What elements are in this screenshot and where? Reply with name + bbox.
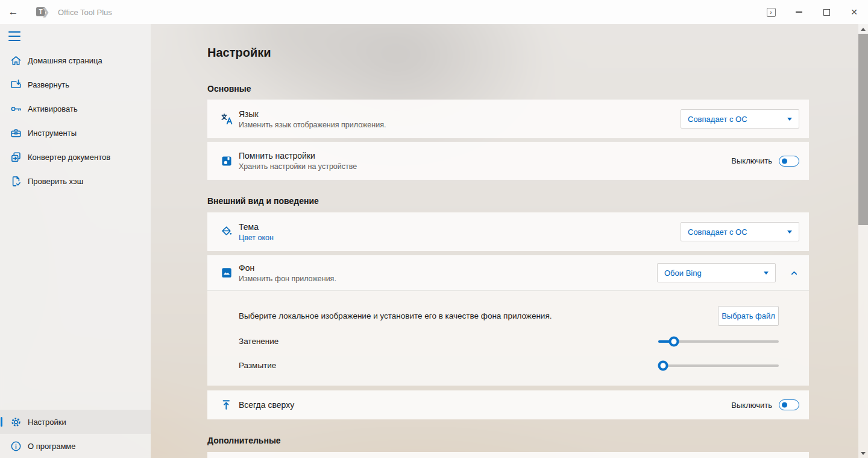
blur-slider-thumb[interactable] xyxy=(658,361,668,371)
sidebar-item-settings[interactable]: Настройки xyxy=(0,410,151,434)
titlebar: ← T ❯ Office Tool Plus › ✕ xyxy=(0,0,868,24)
toggle-knob xyxy=(782,158,787,164)
gear-icon xyxy=(9,415,22,428)
window-color-link[interactable]: Цвет окон xyxy=(239,234,274,242)
setting-text: Всегда сверху xyxy=(239,400,294,410)
logo-chevron: ❯ xyxy=(42,6,49,17)
sidebar-item-activate[interactable]: Активировать xyxy=(0,97,151,121)
console-button[interactable]: › xyxy=(757,0,785,24)
background-dropdown-value: Обои Bing xyxy=(664,269,702,278)
setting-title: Помнить настройки xyxy=(239,151,357,161)
setting-description: Изменить язык отображения приложения. xyxy=(239,121,386,129)
local-image-instruction: Выберите локальное изображение и установ… xyxy=(239,311,552,320)
chevron-down-icon xyxy=(787,231,792,234)
shade-slider[interactable] xyxy=(658,336,779,347)
image-icon xyxy=(220,266,233,279)
section-heading-additional: Дополнительные xyxy=(207,436,281,445)
scroll-up-button[interactable] xyxy=(858,24,868,34)
setting-card-always-on-top: Всегда сверху Выключить xyxy=(207,390,809,419)
sidebar-item-label: Конвертер документов xyxy=(28,153,110,162)
section-heading-basic: Основные xyxy=(207,84,251,94)
sidebar-item-home[interactable]: Домашняя страница xyxy=(0,48,151,72)
sidebar-item-label: О программе xyxy=(28,442,76,451)
sidebar: Домашняя страница Развернуть Активироват… xyxy=(0,24,151,458)
choose-file-button[interactable]: Выбрать файл xyxy=(718,306,779,326)
chevron-down-icon xyxy=(787,118,792,121)
language-dropdown-value: Совпадает с ОС xyxy=(688,115,747,124)
deploy-icon xyxy=(9,78,22,91)
theme-dropdown-value: Совпадает с ОС xyxy=(688,227,747,237)
toggle-label: Выключить xyxy=(731,401,772,410)
vertical-scrollbar[interactable] xyxy=(858,24,868,458)
setting-card-theme: Тема Цвет окон Совпадает с ОС xyxy=(207,212,809,251)
scrollbar-thumb[interactable] xyxy=(858,34,868,225)
settings-content: Настройки Основные Язык Изменить язык от… xyxy=(151,24,858,458)
toggle-label: Выключить xyxy=(731,156,772,165)
translate-icon xyxy=(220,112,233,126)
sidebar-item-check-hash[interactable]: Проверить хэш xyxy=(0,169,151,193)
console-icon: › xyxy=(767,8,776,17)
slider-track[interactable] xyxy=(658,364,779,367)
setting-card-language: Язык Изменить язык отображения приложени… xyxy=(207,100,809,138)
sidebar-item-label: Домашняя страница xyxy=(28,56,102,65)
office-tool-plus-window: ← T ❯ Office Tool Plus › ✕ Домашняя стра… xyxy=(0,0,868,458)
hash-check-icon xyxy=(9,174,22,188)
setting-text: Язык Изменить язык отображения приложени… xyxy=(239,109,386,129)
home-icon xyxy=(9,54,22,67)
chevron-down-icon xyxy=(764,272,769,275)
shade-slider-label: Затенение xyxy=(239,337,278,346)
scroll-up-icon xyxy=(861,28,866,31)
scroll-down-icon xyxy=(861,452,866,455)
maximize-icon xyxy=(823,9,830,16)
selected-indicator xyxy=(1,417,2,427)
setting-description: Хранить настройки на устройстве xyxy=(239,162,357,171)
collapse-panel-button[interactable] xyxy=(784,263,804,282)
app-logo-icon: T ❯ xyxy=(36,6,49,18)
blur-slider[interactable] xyxy=(658,360,779,371)
setting-text: Помнить настройки Хранить настройки на у… xyxy=(239,151,357,171)
toolbox-icon xyxy=(9,126,22,139)
language-dropdown[interactable]: Совпадает с ОС xyxy=(681,109,799,129)
convert-icon xyxy=(9,150,22,164)
minimize-icon xyxy=(796,11,802,12)
info-icon xyxy=(9,439,22,453)
theme-dropdown[interactable]: Совпадает с ОС xyxy=(681,222,799,241)
chevron-up-icon xyxy=(790,269,799,278)
close-icon: ✕ xyxy=(851,7,858,17)
sidebar-item-deploy[interactable]: Развернуть xyxy=(0,72,151,97)
pin-top-icon xyxy=(220,398,233,412)
remember-settings-toggle[interactable] xyxy=(779,156,799,167)
setting-title: Тема xyxy=(239,222,274,232)
scroll-down-button[interactable] xyxy=(858,448,868,458)
minimize-button[interactable] xyxy=(785,0,813,24)
sidebar-item-doc-converter[interactable]: Конвертер документов xyxy=(0,145,151,169)
app-title: Office Tool Plus xyxy=(58,8,112,17)
back-button[interactable]: ← xyxy=(0,0,27,24)
shade-slider-thumb[interactable] xyxy=(669,337,679,347)
background-expanded-panel: Выберите локальное изображение и установ… xyxy=(207,290,809,386)
setting-text: Фон Изменить фон приложения. xyxy=(239,263,336,283)
page-title: Настройки xyxy=(207,46,271,60)
blur-slider-label: Размытие xyxy=(239,361,276,370)
sidebar-footer: Настройки О программе xyxy=(0,410,151,458)
setting-text: Тема Цвет окон xyxy=(239,222,274,242)
sidebar-item-tools[interactable]: Инструменты xyxy=(0,121,151,145)
hamburger-menu-button[interactable] xyxy=(8,30,20,42)
sidebar-item-label: Настройки xyxy=(28,418,66,427)
save-icon xyxy=(220,154,233,168)
sidebar-nav: Домашняя страница Развернуть Активироват… xyxy=(0,48,151,193)
background-dropdown[interactable]: Обои Bing xyxy=(657,263,776,282)
setting-title: Всегда сверху xyxy=(239,400,294,410)
sidebar-item-label: Проверить хэш xyxy=(28,177,83,186)
paint-bucket-icon xyxy=(220,225,233,238)
sidebar-item-about[interactable]: О программе xyxy=(0,434,151,458)
window-body: Домашняя страница Развернуть Активироват… xyxy=(0,24,868,458)
setting-card-remember-settings: Помнить настройки Хранить настройки на у… xyxy=(207,142,809,180)
maximize-button[interactable] xyxy=(813,0,840,24)
close-button[interactable]: ✕ xyxy=(840,0,868,24)
always-on-top-toggle[interactable] xyxy=(779,399,799,410)
setting-card-background: Фон Изменить фон приложения. Обои Bing xyxy=(207,255,809,290)
sidebar-item-label: Активировать xyxy=(28,104,78,113)
setting-description: Изменить фон приложения. xyxy=(239,275,336,283)
section-heading-appearance: Внешний вид и поведение xyxy=(207,196,319,206)
